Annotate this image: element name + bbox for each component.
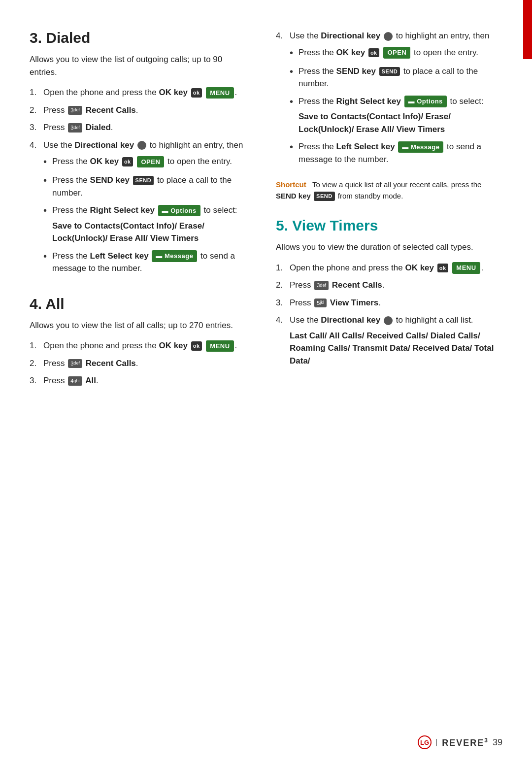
s5-step-3-num: 3. bbox=[276, 297, 290, 309]
step-4-content: Use the Directional key to highlight an … bbox=[43, 139, 246, 280]
send-key-label-1: SEND key bbox=[90, 175, 130, 185]
recent-calls-label-s4: Recent Calls bbox=[86, 359, 136, 368]
section-4-title: 4. All bbox=[30, 296, 246, 312]
open-badge: OPEN bbox=[137, 156, 164, 168]
step-1-num: 1. bbox=[30, 86, 43, 99]
page-number: 39 bbox=[493, 737, 502, 748]
s4-step-2-num: 2. bbox=[30, 357, 43, 370]
key-3def-2: 3def bbox=[68, 123, 82, 133]
step-4-num: 4. bbox=[30, 139, 43, 280]
step-2: 2. Press 3def Recent Calls. bbox=[30, 104, 246, 117]
r-options-indent: Save to Contacts(Contact Info)/ Erase/ L… bbox=[299, 110, 502, 135]
right-step-4-content: Use the Directional key to highlight an … bbox=[290, 30, 502, 170]
footer: LG | REVERE3 39 bbox=[418, 735, 502, 749]
directional-icon-s5 bbox=[384, 316, 393, 325]
dialed-label: Dialed bbox=[86, 123, 111, 132]
s5-step-3: 3. Press 5jkl View Timers. bbox=[276, 297, 502, 309]
sub-left-select-content: Press the Left Select key ▬ Message to s… bbox=[52, 250, 246, 275]
red-bar bbox=[523, 0, 532, 59]
ok-key-label: OK key bbox=[159, 88, 188, 97]
section-4-desc: Allows you to view the list of all calls… bbox=[30, 319, 246, 332]
s4-step-1-content: Open the phone and press the OK key ok M… bbox=[43, 339, 246, 352]
right-step-4-list: 4. Use the Directional key to highlight … bbox=[276, 30, 502, 170]
left-select-label-1: Left Select key bbox=[90, 251, 149, 261]
directional-icon-1 bbox=[137, 141, 146, 150]
r-sub-send: • Press the SEND key SEND to place a cal… bbox=[290, 65, 502, 90]
sub-item-left-select: • Press the Left Select key ▬ Message to… bbox=[43, 250, 246, 275]
section-5-title: 5. View Timers bbox=[276, 217, 502, 234]
step-4-sublist: • Press the OK key ok OPEN to open the e… bbox=[43, 155, 246, 275]
sub-send-content: Press the SEND key SEND to place a call … bbox=[52, 174, 246, 199]
directional-icon-r bbox=[384, 32, 393, 41]
s5-step-2-num: 2. bbox=[276, 279, 290, 292]
key-4ghi: 4ghi bbox=[68, 376, 82, 386]
key-3def-s4: 3def bbox=[68, 359, 82, 368]
section-4-all: 4. All Allows you to view the list of al… bbox=[30, 296, 246, 387]
directional-key-label-s5: Directional key bbox=[321, 315, 380, 325]
lg-circle-icon: LG bbox=[418, 735, 432, 749]
step-2-content: Press 3def Recent Calls. bbox=[43, 104, 246, 117]
menu-badge-s4: MENU bbox=[206, 340, 233, 352]
r-sub-right-select-content: Press the Right Select key ▬ Options to … bbox=[299, 95, 502, 136]
r-bullet-4: • bbox=[290, 139, 299, 166]
section-5-desc: Allows you to view the duration of selec… bbox=[276, 241, 502, 254]
step-3-content: Press 3def Dialed. bbox=[43, 121, 246, 134]
s5-step-1-num: 1. bbox=[276, 262, 290, 274]
s5-step-4-content: Use the Directional key to highlight a c… bbox=[290, 314, 502, 367]
s4-step-3-num: 3. bbox=[30, 374, 43, 387]
step-4: 4. Use the Directional key to highlight … bbox=[30, 139, 246, 280]
ok-key-label-s4: OK key bbox=[159, 341, 188, 350]
step-2-num: 2. bbox=[30, 104, 43, 117]
r-sub-ok-open: • Press the OK key ok OPEN to open the e… bbox=[290, 46, 502, 60]
right-step-4-sublist: • Press the OK key ok OPEN to open the e… bbox=[290, 46, 502, 166]
s4-step-3: 3. Press 4ghi All. bbox=[30, 374, 246, 387]
r-ok-badge: ok bbox=[368, 48, 379, 58]
recent-calls-label-s5: Recent Calls bbox=[332, 280, 382, 290]
s5-step-4-num: 4. bbox=[276, 314, 290, 367]
r-left-select-label: Left Select key bbox=[336, 142, 395, 151]
s4-step-3-content: Press 4ghi All. bbox=[43, 374, 246, 387]
section-5-view-timers: 5. View Timers Allows you to view the du… bbox=[276, 217, 502, 367]
r-message-badge: ▬ Message bbox=[398, 141, 443, 153]
section-5-steps: 1. Open the phone and press the OK key o… bbox=[276, 262, 502, 367]
all-label: All bbox=[85, 376, 96, 385]
r-bullet-2: • bbox=[290, 64, 299, 90]
options-badge-1: ▬ Options bbox=[158, 205, 200, 217]
step-3-num: 3. bbox=[30, 121, 43, 134]
step-1-content: Open the phone and press the OK key ok M… bbox=[43, 86, 246, 99]
view-timers-label: View Timers bbox=[330, 298, 379, 307]
shortcut-send-badge: SEND bbox=[314, 192, 335, 201]
right-select-label-1: Right Select key bbox=[90, 205, 155, 215]
ok-key-badge: ok bbox=[191, 88, 202, 98]
section-3-steps: 1. Open the phone and press the OK key o… bbox=[30, 86, 246, 280]
sub-item-right-select: • Press the Right Select key ▬ Options t… bbox=[43, 204, 246, 245]
sub-right-select-content: Press the Right Select key ▬ Options to … bbox=[52, 204, 246, 245]
footer-separator: | bbox=[435, 738, 438, 747]
r-send-badge: SEND bbox=[379, 67, 400, 76]
bullet-1: • bbox=[43, 154, 52, 169]
shortcut-block: Shortcut To view a quick list of all you… bbox=[276, 179, 502, 201]
shortcut-send-label: SEND key bbox=[276, 192, 311, 200]
message-badge-1: ▬ Message bbox=[152, 250, 197, 262]
r-open-badge: OPEN bbox=[383, 47, 410, 59]
r-sub-left-select-content: Press the Left Select key ▬ Message to s… bbox=[299, 140, 502, 166]
call-list-indent: Last Call/ All Calls/ Received Calls/ Di… bbox=[290, 330, 502, 367]
right-step-4-continued: 4. Use the Directional key to highlight … bbox=[276, 30, 502, 170]
section-3-desc: Allows you to view the list of outgoing … bbox=[30, 53, 246, 78]
s5-step-1-content: Open the phone and press the OK key ok M… bbox=[290, 262, 502, 274]
s5-step-2-content: Press 3def Recent Calls. bbox=[290, 279, 502, 292]
sub-ok-open-content: Press the OK key ok OPEN to open the ent… bbox=[52, 155, 246, 169]
right-column: 4. Use the Directional key to highlight … bbox=[266, 30, 502, 734]
s5-step-3-content: Press 5jkl View Timers. bbox=[290, 297, 502, 309]
sub-item-ok-open: • Press the OK key ok OPEN to open the e… bbox=[43, 155, 246, 169]
section-3-dialed: 3. Dialed Allows you to view the list of… bbox=[30, 30, 246, 280]
ok-key-label-s5: OK key bbox=[405, 263, 434, 272]
lg-logo: LG bbox=[418, 735, 432, 749]
footer-brand: REVERE3 bbox=[442, 737, 489, 748]
r-bullet-3: • bbox=[290, 94, 299, 136]
r-sub-ok-content: Press the OK key ok OPEN to open the ent… bbox=[299, 46, 502, 60]
ok-badge-2: ok bbox=[122, 157, 133, 166]
options-indent-1: Save to Contacts(Contact Info)/ Erase/ L… bbox=[52, 220, 246, 245]
r-send-label: SEND key bbox=[336, 66, 376, 76]
s4-step-2-content: Press 3def Recent Calls. bbox=[43, 357, 246, 370]
